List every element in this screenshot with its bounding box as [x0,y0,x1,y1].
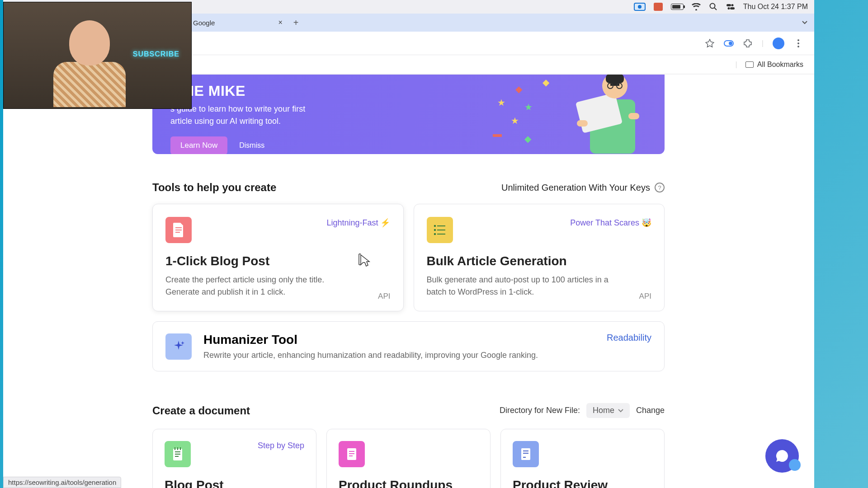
humanizer-title: Humanizer Tool [203,333,538,347]
wifi-icon[interactable] [692,3,701,11]
svg-point-0 [710,4,715,9]
svg-rect-2 [726,4,731,6]
svg-rect-41 [523,450,528,451]
svg-rect-19 [577,120,588,127]
humanizer-desc: Rewrite your article, enhancing humaniza… [203,351,538,360]
svg-rect-20 [175,227,182,228]
svg-rect-39 [349,455,353,456]
directory-value: Home [593,406,614,415]
page-icon [339,441,365,467]
card-title: Bulk Article Generation [427,254,652,268]
readability-badge: Readability [607,333,651,343]
svg-rect-33 [175,447,175,450]
folder-icon [745,61,754,68]
help-icon[interactable]: ? [655,183,665,192]
svg-rect-32 [175,456,179,457]
svg-rect-26 [437,230,445,230]
star-icon[interactable] [705,38,715,48]
banner-illustration: ★ ◆ ★ ★ ▬ ◆ ◆ [493,75,656,154]
svg-rect-34 [177,447,178,450]
card-humanizer[interactable]: Humanizer Tool Rewrite your article, enh… [152,321,665,371]
link-preview: https://seowriting.ai/tools/generation [3,477,121,488]
chat-fab[interactable] [765,439,799,473]
svg-rect-27 [434,233,436,235]
subscribe-sign: SUBSCRIBE [133,50,179,58]
svg-rect-18 [628,113,639,119]
card-bulk-article[interactable]: Power That Scares 🤯 Bulk Article Generat… [414,204,665,311]
new-tab-button[interactable]: + [293,18,299,28]
svg-rect-40 [521,448,530,460]
kebab-menu-icon[interactable] [793,38,803,48]
doc-product-review[interactable]: Product Review [500,429,665,488]
svg-rect-31 [175,454,180,455]
card-title: 1-Click Blog Post [165,254,391,268]
api-badge: API [378,292,390,301]
screen-record-icon[interactable] [634,3,646,11]
svg-rect-4 [730,7,735,9]
power-badge: Power That Scares 🤯 [570,218,651,228]
profile-avatar[interactable] [773,38,784,49]
svg-rect-25 [434,229,436,231]
tabs-dropdown-icon[interactable] [801,18,809,26]
svg-point-10 [797,46,799,47]
svg-rect-21 [175,230,182,230]
tab-title: Google [193,19,215,27]
svg-point-7 [729,42,732,45]
control-center-icon[interactable] [726,3,735,11]
receipt-icon [513,441,539,467]
extensions-icon[interactable] [743,38,753,48]
unlimited-label: Unlimited Generation With Your Keys [501,183,650,193]
all-bookmarks-button[interactable]: All Bookmarks [745,61,803,69]
document-icon [165,217,192,243]
page-content: OME MIKE s guide to learn how to write y… [3,75,814,488]
card-desc: Bulk generate and auto-post up to 100 ar… [427,274,618,298]
tab-close-button[interactable]: × [278,19,282,27]
doc-title: Product Roundups [339,478,478,488]
pill-icon[interactable] [724,38,734,48]
doc-product-roundups[interactable]: Product Roundups [326,429,491,488]
svg-point-9 [797,42,799,44]
svg-rect-23 [434,225,436,227]
all-bookmarks-label: All Bookmarks [757,61,803,69]
chevron-down-icon [618,409,623,413]
directory-label: Directory for New File: [500,406,580,415]
change-link[interactable]: Change [636,406,665,415]
sparkle-icon [165,333,192,360]
doc-title: Blog Post [165,478,304,488]
card-desc: Create the perfect article using only th… [165,274,357,298]
search-icon[interactable] [709,3,718,11]
welcome-banner: OME MIKE s guide to learn how to write y… [152,75,665,154]
card-1click-blog[interactable]: Lightning-Fast ⚡ 1-Click Blog Post Creat… [152,204,404,311]
svg-rect-24 [437,225,445,226]
webcam-overlay: SUBSCRIBE [3,2,192,109]
svg-line-1 [714,8,717,10]
clock[interactable]: Thu Oct 24 1:37 PM [743,3,808,11]
tools-heading: Tools to help you create [152,181,276,194]
battery-icon[interactable] [671,4,684,10]
svg-point-5 [727,7,730,9]
doc-blog-post[interactable]: Step by Step Blog Post [152,429,316,488]
directory-select[interactable]: Home [586,403,630,418]
list-icon [427,217,453,243]
svg-rect-35 [180,447,181,450]
svg-rect-22 [175,232,180,233]
svg-point-8 [797,39,799,41]
learn-now-button[interactable]: Learn Now [170,136,227,154]
lightning-badge: Lightning-Fast ⚡ [326,218,390,228]
svg-rect-43 [523,457,526,458]
svg-rect-38 [349,453,354,454]
svg-rect-14 [606,75,624,83]
app-tray-icon[interactable] [654,3,663,11]
browser-tab-google[interactable]: Google [193,19,215,27]
svg-rect-37 [349,451,354,452]
dismiss-button[interactable]: Dismiss [239,141,264,150]
step-by-step-badge: Step by Step [258,441,304,450]
api-badge: API [639,292,651,301]
svg-rect-28 [437,234,445,235]
svg-rect-42 [523,453,528,454]
create-heading: Create a document [152,404,250,417]
svg-point-3 [731,4,733,6]
svg-rect-30 [175,451,180,452]
tools-section: Tools to help you create Unlimited Gener… [152,181,665,371]
banner-line2: article using our AI writing tool. [170,117,281,126]
